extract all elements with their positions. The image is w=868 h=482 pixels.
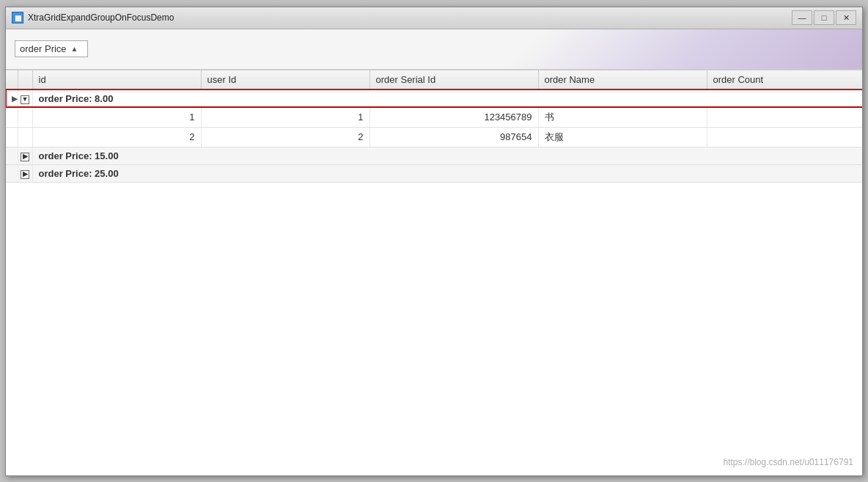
header-area: order Price ▲ <box>6 29 862 70</box>
grid-header: id user Id order Serial Id order Name or… <box>6 70 862 90</box>
row-marker <box>6 107 18 127</box>
cell-count: 2 <box>707 107 862 127</box>
maximize-button[interactable]: □ <box>814 10 834 25</box>
header-marker <box>6 70 18 90</box>
cell-serial: 987654 <box>369 127 538 147</box>
header-expand <box>18 70 32 90</box>
header-count[interactable]: order Count <box>707 70 862 90</box>
title-bar: ▦ XtraGridExpandGroupOnFocusDemo — □ ✕ <box>6 7 862 29</box>
expand-icon[interactable]: ▶ <box>21 153 29 161</box>
header-name[interactable]: order Name <box>538 70 707 90</box>
title-buttons: — □ ✕ <box>792 10 856 25</box>
minimize-button[interactable]: — <box>792 10 812 25</box>
group-row[interactable]: ▶order Price: 15.00 <box>6 147 862 164</box>
group-by-label: order Price <box>20 43 67 54</box>
group-by-dropdown[interactable]: order Price ▲ <box>15 40 88 57</box>
row-marker <box>6 127 18 147</box>
watermark: https://blog.csdn.net/u011176791 <box>724 457 853 467</box>
header-userid[interactable]: user Id <box>201 70 369 90</box>
indent-cell <box>18 127 32 147</box>
group-label: order Price: 25.00 <box>32 164 862 182</box>
title-bar-left: ▦ XtraGridExpandGroupOnFocusDemo <box>12 12 174 23</box>
group-row[interactable]: ▶▼order Price: 8.00 <box>6 90 862 108</box>
row-marker <box>6 147 18 164</box>
cell-userid: 1 <box>201 107 369 127</box>
data-grid: id user Id order Serial Id order Name or… <box>6 70 862 183</box>
group-label: order Price: 8.00 <box>32 90 862 108</box>
cell-name: 书 <box>538 107 707 127</box>
expand-cell[interactable]: ▶ <box>18 164 32 182</box>
header-id[interactable]: id <box>32 70 201 90</box>
cell-serial: 123456789 <box>369 107 538 127</box>
main-window: ▦ XtraGridExpandGroupOnFocusDemo — □ ✕ o… <box>5 7 863 476</box>
group-row[interactable]: ▶order Price: 25.00 <box>6 164 862 182</box>
table-row[interactable]: 11123456789书2 <box>6 107 862 127</box>
cell-userid: 2 <box>201 127 369 147</box>
collapse-icon[interactable]: ▼ <box>21 95 29 104</box>
grid-container: id user Id order Serial Id order Name or… <box>6 70 862 475</box>
expand-cell[interactable]: ▶ <box>18 147 32 164</box>
cell-count: 2 <box>707 127 862 147</box>
header-serial[interactable]: order Serial Id <box>369 70 538 90</box>
expand-icon[interactable]: ▶ <box>21 170 29 179</box>
dropdown-arrow-icon: ▲ <box>71 45 78 53</box>
row-marker: ▶ <box>6 90 18 108</box>
close-button[interactable]: ✕ <box>836 10 856 25</box>
window-title: XtraGridExpandGroupOnFocusDemo <box>28 12 174 23</box>
cell-id: 1 <box>32 107 201 127</box>
grid-body: ▶▼order Price: 8.0011123456789书222987654… <box>6 90 862 183</box>
cell-id: 2 <box>32 127 201 147</box>
expand-cell[interactable]: ▼ <box>18 90 32 108</box>
cell-name: 衣服 <box>538 127 707 147</box>
row-marker <box>6 164 18 182</box>
app-icon: ▦ <box>12 12 23 23</box>
indent-cell <box>18 107 32 127</box>
table-row[interactable]: 22987654衣服2 <box>6 127 862 147</box>
group-label: order Price: 15.00 <box>32 147 862 164</box>
